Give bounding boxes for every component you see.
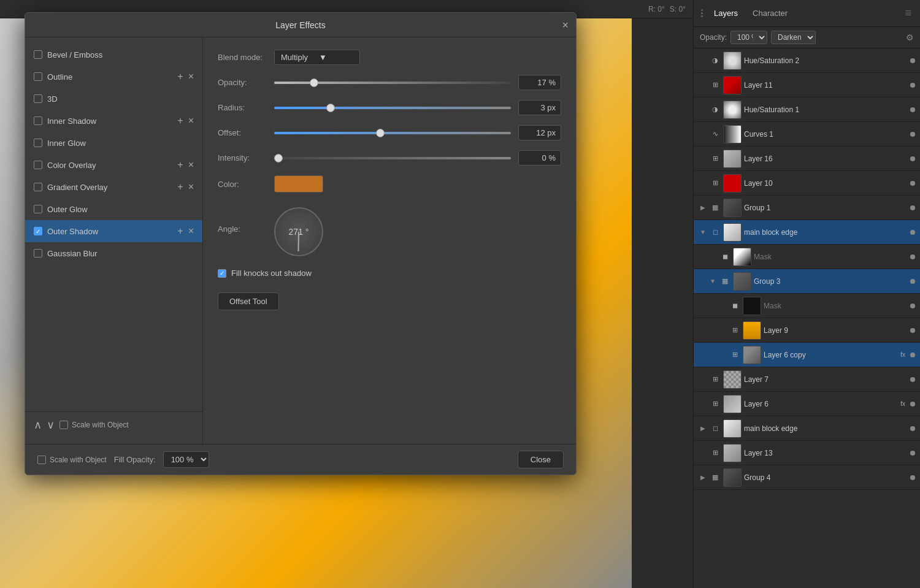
layer-item-mask-1[interactable]: ◼Mask <box>694 245 920 269</box>
angle-wheel[interactable]: 271 ° <box>274 207 323 256</box>
effect-item-color-overlay[interactable]: Color Overlay+× <box>25 154 202 176</box>
scale-with-object-checkbox[interactable] <box>37 456 46 464</box>
intensity-value[interactable]: 0 % <box>518 150 561 166</box>
effect-item-gradient-overlay[interactable]: Gradient Overlay+× <box>25 176 202 198</box>
layer-visibility-dot-layer-13[interactable] <box>910 451 915 456</box>
layer-item-mask-2[interactable]: ◼Mask <box>694 294 920 318</box>
layer-visibility-dot-layer-6-copy[interactable] <box>910 353 915 357</box>
layer-item-layer-6[interactable]: ⊞Layer 6fx <box>694 392 920 416</box>
layer-item-layer-6-copy[interactable]: ⊞Layer 6 copyfx <box>694 343 920 367</box>
effect-add-inner-shadow[interactable]: + <box>177 115 183 126</box>
radius-thumb[interactable] <box>326 104 335 112</box>
effect-remove-inner-shadow[interactable]: × <box>188 115 194 126</box>
opacity-value[interactable]: 17 % <box>518 75 561 90</box>
layer-visibility-dot-layer-10[interactable] <box>910 181 915 186</box>
effect-remove-gradient-overlay[interactable]: × <box>188 181 194 193</box>
opacity-slider[interactable] <box>274 82 511 84</box>
layer-item-group-1[interactable]: ▶▦Group 1 <box>694 196 920 220</box>
layer-visibility-dot-group-3[interactable] <box>910 279 915 284</box>
fill-opacity-select[interactable]: 100 % 75 % 50 % 25 % <box>163 451 209 468</box>
effect-item-bevel[interactable]: Bevel / Emboss <box>25 44 202 66</box>
effect-checkbox-gaussian-blur[interactable] <box>34 249 42 258</box>
layer-item-main-block-edge-1[interactable]: ▼◻main block edge <box>694 220 920 245</box>
layer-visibility-dot-layer-9[interactable] <box>910 328 915 333</box>
intensity-thumb[interactable] <box>274 154 283 162</box>
opacity-thumb[interactable] <box>310 78 318 87</box>
gear-button[interactable]: ⚙ <box>906 32 914 42</box>
effect-checkbox-color-overlay[interactable] <box>34 161 42 169</box>
effect-item-outer-shadow[interactable]: Outer Shadow+× <box>25 220 202 242</box>
scale-footer-checkbox[interactable] <box>59 421 68 429</box>
layer-item-layer-13[interactable]: ⊞Layer 13 <box>694 441 920 465</box>
layer-item-group-4[interactable]: ▶▦Group 4 <box>694 465 920 490</box>
layer-item-hue-sat-1[interactable]: ◑Hue/Saturation 1 <box>694 97 920 122</box>
layer-expand-group-1[interactable]: ▶ <box>699 204 707 212</box>
effect-add-outer-shadow[interactable]: + <box>177 226 183 237</box>
layer-item-curves-1[interactable]: ∿Curves 1 <box>694 122 920 147</box>
layer-visibility-dot-layer-6[interactable] <box>910 402 915 407</box>
layer-expand-group-4[interactable]: ▶ <box>699 473 707 482</box>
fill-knocks-checkbox[interactable] <box>218 269 226 278</box>
layer-item-layer-7[interactable]: ⊞Layer 7 <box>694 367 920 392</box>
layer-item-main-block-edge-2[interactable]: ▶◻main block edge <box>694 416 920 441</box>
layer-visibility-dot-group-4[interactable] <box>910 475 915 480</box>
close-button[interactable]: Close <box>518 451 564 468</box>
move-up-button[interactable]: ∧ <box>34 418 42 432</box>
color-swatch[interactable] <box>274 175 323 193</box>
layer-visibility-dot-mask-1[interactable] <box>910 254 915 259</box>
scale-with-object-row[interactable]: Scale with Object <box>37 456 107 464</box>
layer-item-layer-10[interactable]: ⊞Layer 10 <box>694 171 920 196</box>
effect-checkbox-outer-shadow[interactable] <box>34 227 42 235</box>
offset-tool-button[interactable]: Offset Tool <box>218 292 279 310</box>
effect-checkbox-inner-glow[interactable] <box>34 139 42 147</box>
effect-checkbox-inner-shadow[interactable] <box>34 116 42 125</box>
layer-item-layer-11[interactable]: ⊞Layer 11 <box>694 73 920 97</box>
layer-visibility-dot-group-1[interactable] <box>910 205 915 210</box>
layer-visibility-dot-curves-1[interactable] <box>910 132 915 137</box>
effect-item-outer-glow[interactable]: Outer Glow <box>25 198 202 220</box>
layer-visibility-dot-layer-16[interactable] <box>910 156 915 161</box>
opacity-panel-select[interactable]: 100 % <box>730 31 767 44</box>
effect-checkbox-3d[interactable] <box>34 94 42 103</box>
effect-checkbox-bevel[interactable] <box>34 50 42 59</box>
layer-item-group-3[interactable]: ▼▦Group 3 <box>694 269 920 294</box>
move-down-button[interactable]: ∨ <box>47 418 55 432</box>
layer-expand-main-block-edge-1[interactable]: ▼ <box>699 228 707 237</box>
tab-character[interactable]: Character <box>746 5 794 21</box>
effect-item-inner-glow[interactable]: Inner Glow <box>25 132 202 154</box>
effect-item-gaussian-blur[interactable]: Gaussian Blur <box>25 242 202 264</box>
layer-expand-main-block-edge-2[interactable]: ▶ <box>699 424 707 433</box>
layer-visibility-dot-hue-sat-1[interactable] <box>910 107 915 112</box>
layer-expand-group-3[interactable]: ▼ <box>708 277 717 286</box>
layer-visibility-dot-main-block-edge-1[interactable] <box>910 230 915 235</box>
blend-mode-panel-select[interactable]: Darken <box>771 31 816 44</box>
layer-visibility-dot-layer-7[interactable] <box>910 377 915 382</box>
tab-layers[interactable]: Layers <box>708 5 744 21</box>
effect-remove-color-overlay[interactable]: × <box>188 159 194 170</box>
layer-visibility-dot-mask-2[interactable] <box>910 304 915 308</box>
layer-visibility-dot-layer-11[interactable] <box>910 83 915 88</box>
intensity-slider[interactable] <box>274 157 511 159</box>
panel-menu-icon[interactable]: ≡ <box>901 7 915 20</box>
layer-visibility-dot-hue-sat-2[interactable] <box>910 58 915 63</box>
effect-remove-outline[interactable]: × <box>188 71 194 82</box>
layer-visibility-dot-main-block-edge-2[interactable] <box>910 426 915 431</box>
dialog-close-button[interactable]: × <box>562 20 569 31</box>
offset-thumb[interactable] <box>376 129 385 137</box>
effect-item-inner-shadow[interactable]: Inner Shadow+× <box>25 110 202 132</box>
radius-value[interactable]: 3 px <box>518 100 561 115</box>
effect-item-3d[interactable]: 3D <box>25 88 202 110</box>
effect-checkbox-outline[interactable] <box>34 72 42 81</box>
effect-add-gradient-overlay[interactable]: + <box>177 181 183 193</box>
scale-footer-label[interactable]: Scale with Object <box>59 421 129 429</box>
effect-add-color-overlay[interactable]: + <box>177 159 183 170</box>
radius-slider[interactable] <box>274 107 511 109</box>
effect-add-outline[interactable]: + <box>177 71 183 82</box>
offset-value[interactable]: 12 px <box>518 125 561 140</box>
offset-slider[interactable] <box>274 132 511 134</box>
blend-mode-dropdown[interactable]: Multiply ▼ <box>274 50 360 65</box>
layer-item-layer-9[interactable]: ⊞Layer 9 <box>694 318 920 343</box>
layer-item-layer-16[interactable]: ⊞Layer 16 <box>694 147 920 171</box>
effect-checkbox-outer-glow[interactable] <box>34 205 42 213</box>
layer-item-hue-sat-2[interactable]: ◑Hue/Saturation 2 <box>694 48 920 73</box>
